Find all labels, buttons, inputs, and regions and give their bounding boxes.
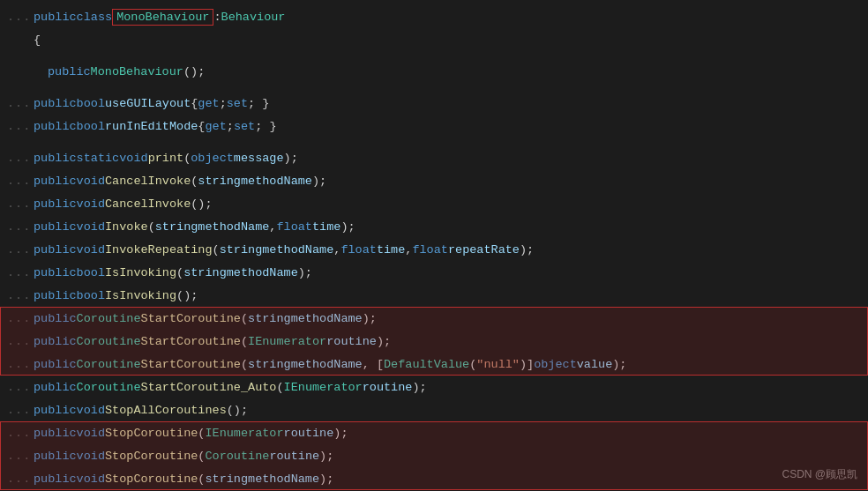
code-line: { xyxy=(0,28,868,51)
code-line-blank xyxy=(0,83,868,92)
class-mono: MonoBehaviour xyxy=(112,9,213,26)
code-line: ... public bool useGUILayout { get ; set… xyxy=(0,92,868,115)
dots: ... xyxy=(7,289,32,302)
code-line: public MonoBehaviour (); xyxy=(0,60,868,83)
code-line: ... public bool runInEditMode { get ; se… xyxy=(0,115,868,138)
code-line: ... public static void print ( object me… xyxy=(0,146,868,169)
code-line: ... public void CancelInvoke ( string me… xyxy=(0,169,868,192)
dots: ... xyxy=(7,472,32,486)
keyword-class: class xyxy=(77,11,113,24)
dots: ... xyxy=(7,358,32,371)
code-line: ... public Coroutine StartCoroutine_Auto… xyxy=(0,376,868,398)
behaviour-text: Behaviour xyxy=(221,11,286,24)
dots: ... xyxy=(7,152,32,165)
colon: : xyxy=(213,11,221,24)
watermark: CSDN @顾思凯 xyxy=(782,467,857,482)
code-line-blank xyxy=(0,51,868,60)
code-container: ... public class MonoBehaviour : Behavio… xyxy=(0,0,868,491)
dots: ... xyxy=(7,97,32,110)
dots: ... xyxy=(7,312,32,325)
keyword-public: public xyxy=(34,11,77,24)
dots: ... xyxy=(7,243,32,257)
code-line-blank xyxy=(0,138,868,146)
code-line: ... public Coroutine StartCoroutine ( IE… xyxy=(0,330,868,353)
code-line: ... public void StopCoroutine ( string m… xyxy=(0,467,868,490)
brace-open: { xyxy=(34,33,41,47)
code-line: ... public class MonoBehaviour : Behavio… xyxy=(0,5,868,28)
dots: ... xyxy=(7,450,32,463)
code-line: ... public void InvokeRepeating ( string… xyxy=(0,238,868,261)
dots: ... xyxy=(7,427,32,440)
code-line: ... public void Invoke ( string methodNa… xyxy=(0,215,868,238)
code-line: ... public bool IsInvoking (); xyxy=(0,284,868,307)
dots: ... xyxy=(7,381,32,394)
code-line: ... public void StopAllCoroutines (); xyxy=(0,398,868,421)
stop-coroutine-group: ... public void StopCoroutine ( IEnumera… xyxy=(0,421,868,490)
dots: ... xyxy=(7,197,32,211)
dots: ... xyxy=(7,404,32,417)
code-line: ... public void StopCoroutine ( Coroutin… xyxy=(0,444,868,467)
dots: ... xyxy=(7,220,32,234)
code-line: ... public void StopCoroutine ( IEnumera… xyxy=(0,421,868,444)
code-line: ... public Coroutine StartCoroutine ( st… xyxy=(0,307,868,330)
code-line: ... public bool IsInvoking ( string meth… xyxy=(0,261,868,284)
dots: ... xyxy=(7,11,32,24)
code-line: ... public void CancelInvoke (); xyxy=(0,192,868,215)
start-coroutine-group: ... public Coroutine StartCoroutine ( st… xyxy=(0,307,868,376)
dots: ... xyxy=(7,120,32,133)
dots: ... xyxy=(7,335,32,348)
dots: ... xyxy=(7,266,32,279)
dots: ... xyxy=(7,175,32,188)
code-line: ... public Coroutine StartCoroutine ( st… xyxy=(0,353,868,376)
